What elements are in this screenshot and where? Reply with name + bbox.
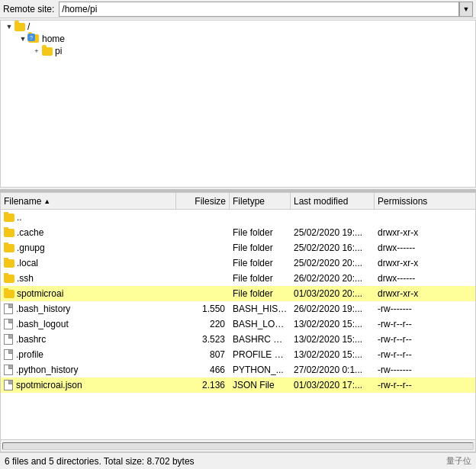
- cell-filetype: PROFILE File: [230, 349, 291, 360]
- cell-filesize: 2.136: [176, 380, 230, 390]
- table-row[interactable]: .python_history 466 PYTHON_... 27/02/202…: [1, 362, 475, 377]
- table-row[interactable]: ..: [1, 210, 475, 225]
- folder-icon: [4, 244, 14, 252]
- cell-filesize: 3.523: [176, 334, 230, 345]
- table-row[interactable]: .ssh File folder 26/02/2020 20:... drwx-…: [1, 271, 475, 286]
- file-list-body: .. .cache File folder 25/02/2020 19:... …: [1, 210, 475, 439]
- col-header-lastmod[interactable]: Last modified: [291, 193, 375, 209]
- filename-text: spotmicroai: [17, 288, 63, 299]
- table-row[interactable]: .bash_logout 220 BASH_LOG... 13/02/2020 …: [1, 316, 475, 332]
- filename-text: .gnupg: [17, 243, 45, 253]
- cell-filename: spotmicroai: [1, 288, 176, 299]
- tree-item-pi[interactable]: + pi: [1, 45, 475, 57]
- cell-filetype: File folder: [230, 243, 291, 253]
- cell-filename: .bash_history: [1, 304, 176, 314]
- cell-perms: drwxr-xr-x: [375, 227, 475, 238]
- cell-lastmod: 26/02/2020 20:...: [291, 273, 375, 284]
- cell-filename: ..: [1, 212, 176, 223]
- col-header-filename[interactable]: Filename ▲: [1, 193, 176, 209]
- cell-lastmod: 01/03/2020 17:...: [291, 380, 375, 390]
- cell-filename: .profile: [1, 349, 176, 360]
- watermark: 量子位: [446, 455, 471, 467]
- cell-filetype: File folder: [230, 273, 291, 284]
- main-container: Remote site: ▼ ▼ / ▼ ? home +: [0, 0, 476, 469]
- col-filetype-label: Filetype: [233, 196, 265, 207]
- col-header-filetype[interactable]: Filetype: [230, 193, 291, 209]
- table-row[interactable]: .local File folder 25/02/2020 20:... drw…: [1, 255, 475, 271]
- cell-filename: .cache: [1, 227, 176, 238]
- cell-filename: .local: [1, 258, 176, 268]
- filename-text: spotmicroai.json: [16, 380, 82, 390]
- doc-icon: [4, 319, 13, 329]
- table-row[interactable]: spotmicroai.json 2.136 JSON File 01/03/2…: [1, 377, 475, 393]
- tree-expander-root[interactable]: ▼: [4, 21, 14, 32]
- doc-icon: [4, 349, 13, 360]
- remote-site-dropdown[interactable]: ▼: [459, 2, 473, 17]
- remote-site-label: Remote site:: [3, 4, 54, 14]
- cell-lastmod: 25/02/2020 19:...: [291, 227, 375, 238]
- doc-icon: [4, 365, 13, 375]
- cell-perms: -rw-r--r--: [375, 319, 475, 329]
- folder-icon-root: [14, 23, 25, 31]
- cell-lastmod: 13/02/2020 15:...: [291, 349, 375, 360]
- filename-text: .ssh: [17, 273, 34, 284]
- cell-filename: .ssh: [1, 273, 176, 284]
- table-row[interactable]: .profile 807 PROFILE File 13/02/2020 15:…: [1, 347, 475, 362]
- col-header-filesize[interactable]: Filesize: [176, 193, 230, 209]
- cell-filename: spotmicroai.json: [1, 380, 176, 390]
- filename-text: .cache: [17, 227, 43, 238]
- cell-filename: .bash_logout: [1, 319, 176, 329]
- cell-perms: -rw-r--r--: [375, 349, 475, 360]
- cell-lastmod: 26/02/2020 19:...: [291, 304, 375, 314]
- tree-item-root[interactable]: ▼ /: [1, 21, 475, 33]
- remote-site-bar: Remote site: ▼: [0, 0, 476, 18]
- scrollbar-track: [2, 442, 474, 450]
- filename-text: .bash_history: [16, 304, 70, 314]
- tree-expander-pi[interactable]: +: [31, 46, 42, 56]
- cell-filesize: 466: [176, 365, 230, 375]
- remote-site-input[interactable]: [59, 2, 459, 17]
- cell-filesize: 807: [176, 349, 230, 360]
- cell-lastmod: 25/02/2020 16:...: [291, 243, 375, 253]
- cell-perms: -rw-------: [375, 304, 475, 314]
- folder-icon: [4, 229, 14, 237]
- cell-perms: -rw-------: [375, 365, 475, 375]
- folder-icon-home: ?: [28, 34, 39, 43]
- cell-perms: drwxr-xr-x: [375, 288, 475, 299]
- col-filename-label: Filename: [4, 196, 41, 207]
- cell-lastmod: 13/02/2020 15:...: [291, 334, 375, 345]
- folder-icon: [4, 214, 14, 222]
- cell-filename: .python_history: [1, 365, 176, 375]
- table-row[interactable]: spotmicroai File folder 01/03/2020 20:..…: [1, 286, 475, 301]
- tree-label-pi: pi: [55, 46, 62, 56]
- col-header-permissions[interactable]: Permissions: [375, 193, 475, 209]
- cell-filetype: PYTHON_...: [230, 365, 291, 375]
- folder-icon: [4, 290, 14, 298]
- cell-lastmod: 13/02/2020 15:...: [291, 319, 375, 329]
- table-row[interactable]: .cache File folder 25/02/2020 19:... drw…: [1, 225, 475, 240]
- folder-icon: [4, 275, 14, 283]
- folder-tree-panel: ▼ / ▼ ? home + pi: [0, 20, 476, 188]
- col-permissions-label: Permissions: [378, 196, 427, 207]
- table-row[interactable]: .bash_history 1.550 BASH_HIST... 26/02/2…: [1, 301, 475, 316]
- cell-filetype: BASHRC File: [230, 334, 291, 345]
- horizontal-scrollbar[interactable]: [1, 439, 475, 451]
- cell-filesize: 220: [176, 319, 230, 329]
- sort-arrow-icon: ▲: [43, 198, 50, 205]
- cell-lastmod: 01/03/2020 20:...: [291, 288, 375, 299]
- tree-expander-home[interactable]: ▼: [18, 34, 28, 44]
- tree-item-home[interactable]: ▼ ? home: [1, 33, 475, 45]
- cell-filetype: JSON File: [230, 380, 291, 390]
- tree-label-home: home: [42, 34, 65, 44]
- cell-filetype: BASH_HIST...: [230, 304, 291, 314]
- cell-filename: .bashrc: [1, 334, 176, 345]
- status-text: 6 files and 5 directories. Total size: 8…: [5, 456, 446, 467]
- table-row[interactable]: .gnupg File folder 25/02/2020 16:... drw…: [1, 240, 475, 255]
- tree-label-root: /: [27, 21, 30, 32]
- filename-text: .bash_logout: [16, 319, 69, 329]
- folder-icon-pi: [42, 47, 53, 56]
- cell-lastmod: 25/02/2020 20:...: [291, 258, 375, 268]
- cell-filetype: File folder: [230, 288, 291, 299]
- table-row[interactable]: .bashrc 3.523 BASHRC File 13/02/2020 15:…: [1, 332, 475, 347]
- dropdown-arrow-icon: ▼: [463, 5, 470, 13]
